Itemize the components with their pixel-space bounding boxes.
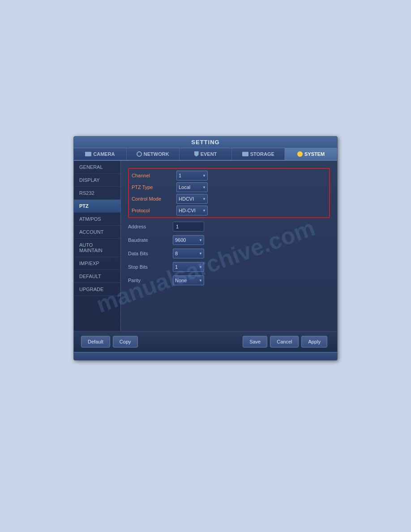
tab-event[interactable]: EVENT (180, 148, 232, 160)
protocol-group: Protocol HD-CVI PELCO-D PELCO-P (132, 206, 326, 215)
ptz-type-label: PTZ Type (132, 184, 176, 190)
address-group: Address (128, 222, 330, 232)
address-control (173, 222, 204, 232)
channel-group: Channel 1 2 3 4 (132, 171, 326, 180)
tab-camera[interactable]: CAMERA (74, 148, 127, 160)
tab-camera-label: CAMERA (93, 151, 115, 157)
copy-button[interactable]: Copy (113, 336, 138, 348)
sidebar-item-general[interactable]: GENERAL (74, 161, 120, 174)
bottom-strip (74, 352, 337, 360)
tab-storage[interactable]: STORAGE (232, 148, 285, 160)
sidebar-imp-exp-label: IMP/EXP (79, 261, 99, 266)
control-mode-select-wrapper: HDCVI Serial (176, 194, 208, 204)
default-button[interactable]: Default (81, 336, 110, 348)
channel-control: 1 2 3 4 (176, 171, 208, 180)
baudrate-group: Baudrate 9600 19200 38400 115200 (128, 235, 330, 245)
sidebar-atm-pos-label: ATM/POS (79, 216, 101, 222)
sidebar-item-ptz[interactable]: PTZ (74, 200, 120, 213)
sidebar-upgrade-label: UPGRADE (79, 287, 103, 292)
tab-network[interactable]: NETWORK (127, 148, 180, 160)
data-bits-label: Data Bits (128, 251, 173, 256)
channel-select-wrapper: 1 2 3 4 (176, 171, 208, 180)
storage-icon (242, 152, 248, 156)
sidebar-ptz-label: PTZ (79, 203, 89, 209)
tab-storage-label: STORAGE (250, 151, 274, 157)
protocol-select[interactable]: HD-CVI PELCO-D PELCO-P (176, 206, 208, 215)
sidebar: GENERAL DISPLAY RS232 PTZ ATM/POS ACCOUN… (74, 161, 121, 331)
data-bits-group: Data Bits 8 7 6 5 (128, 249, 330, 258)
parity-group: Parity None Odd Even (128, 275, 330, 285)
stop-bits-control: 1 2 (173, 262, 204, 272)
sidebar-display-label: DISPLAY (79, 177, 100, 183)
sidebar-item-account[interactable]: ACCOUNT (74, 226, 120, 239)
ptz-type-group: PTZ Type Local Remote (132, 182, 326, 192)
event-icon (194, 151, 199, 157)
parity-control: None Odd Even (173, 275, 204, 285)
ptz-type-select[interactable]: Local Remote (176, 182, 208, 192)
highlighted-section: Channel 1 2 3 4 (128, 168, 330, 218)
data-bits-select-wrapper: 8 7 6 5 (173, 249, 204, 258)
tab-network-label: NETWORK (144, 151, 169, 157)
parity-label: Parity (128, 278, 173, 283)
stop-bits-label: Stop Bits (128, 264, 173, 270)
sidebar-item-imp-exp[interactable]: IMP/EXP (74, 257, 120, 270)
tab-event-label: EVENT (201, 151, 217, 157)
button-bar: Default Copy Save Cancel Apply (74, 331, 337, 352)
apply-button[interactable]: Apply (301, 336, 327, 348)
channel-select[interactable]: 1 2 3 4 (176, 171, 208, 180)
stop-bits-group: Stop Bits 1 2 (128, 262, 330, 272)
nav-tabs: CAMERA NETWORK EVENT STORAGE SYSTEM (74, 148, 337, 161)
save-button[interactable]: Save (243, 336, 267, 348)
control-mode-select[interactable]: HDCVI Serial (176, 194, 208, 204)
baudrate-label: Baudrate (128, 237, 173, 243)
data-bits-control: 8 7 6 5 (173, 249, 204, 258)
ptz-type-control: Local Remote (176, 182, 208, 192)
tab-system-label: SYSTEM (304, 151, 325, 157)
sidebar-item-default[interactable]: DEFAULT (74, 270, 120, 283)
ptz-type-select-wrapper: Local Remote (176, 182, 208, 192)
protocol-control: HD-CVI PELCO-D PELCO-P (176, 206, 208, 215)
sidebar-item-upgrade[interactable]: UPGRADE (74, 283, 120, 296)
cancel-button[interactable]: Cancel (270, 336, 299, 348)
sidebar-default-label: DEFAULT (79, 274, 101, 279)
content-area: GENERAL DISPLAY RS232 PTZ ATM/POS ACCOUN… (74, 161, 337, 331)
address-label: Address (128, 224, 173, 229)
parity-select[interactable]: None Odd Even (173, 275, 204, 285)
channel-label: Channel (132, 173, 176, 178)
system-icon (297, 151, 303, 157)
address-input[interactable] (173, 222, 204, 232)
title-label: SETTING (191, 139, 219, 146)
tab-system[interactable]: SYSTEM (285, 148, 337, 160)
baudrate-select-wrapper: 9600 19200 38400 115200 (173, 235, 204, 245)
data-bits-select[interactable]: 8 7 6 5 (173, 249, 204, 258)
stop-bits-select[interactable]: 1 2 (173, 262, 204, 272)
control-mode-group: Control Mode HDCVI Serial (132, 194, 326, 204)
control-mode-control: HDCVI Serial (176, 194, 208, 204)
sidebar-item-rs232[interactable]: RS232 (74, 187, 120, 200)
parity-select-wrapper: None Odd Even (173, 275, 204, 285)
main-window: SETTING CAMERA NETWORK EVENT STORAGE (73, 136, 338, 360)
sidebar-general-label: GENERAL (79, 164, 103, 170)
stop-bits-select-wrapper: 1 2 (173, 262, 204, 272)
control-mode-label: Control Mode (132, 196, 176, 202)
sidebar-item-display[interactable]: DISPLAY (74, 174, 120, 187)
title-bar: SETTING (74, 137, 337, 148)
main-panel: Channel 1 2 3 4 (121, 161, 337, 331)
page-wrapper: manualsarchive.com SETTING CAMERA NETWOR… (0, 0, 411, 532)
camera-icon (85, 152, 91, 156)
sidebar-account-label: ACCOUNT (79, 229, 103, 235)
baudrate-select[interactable]: 9600 19200 38400 115200 (173, 235, 204, 245)
protocol-select-wrapper: HD-CVI PELCO-D PELCO-P (176, 206, 208, 215)
baudrate-control: 9600 19200 38400 115200 (173, 235, 204, 245)
sidebar-auto-maintain-label: AUTO MAINTAIN (79, 242, 103, 253)
protocol-label: Protocol (132, 208, 176, 213)
sidebar-rs232-label: RS232 (79, 190, 94, 196)
network-icon (137, 151, 142, 157)
sidebar-item-auto-maintain[interactable]: AUTO MAINTAIN (74, 239, 120, 257)
sidebar-item-atm-pos[interactable]: ATM/POS (74, 213, 120, 226)
